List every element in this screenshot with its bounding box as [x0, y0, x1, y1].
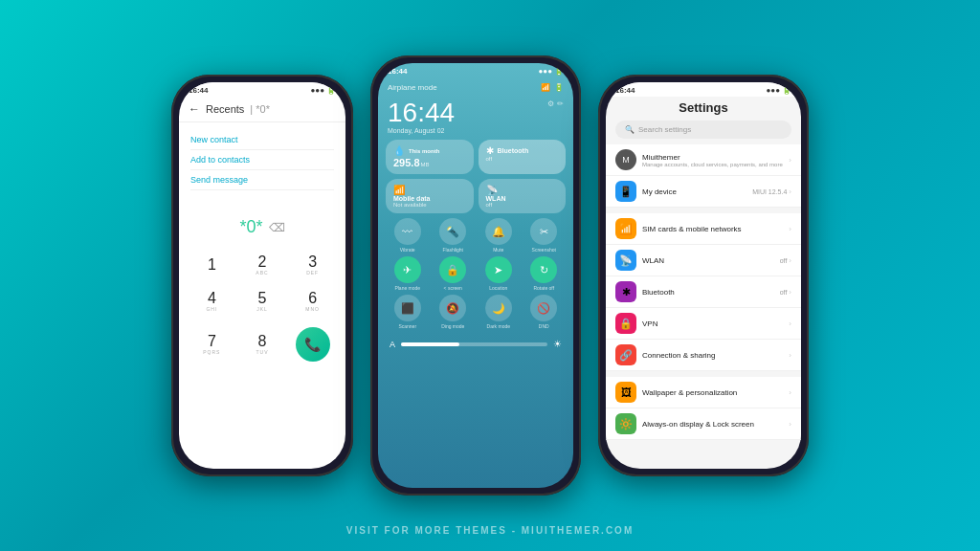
bluetooth-status: off [780, 289, 788, 296]
rotate-button[interactable]: ↻ Rotate off [523, 256, 567, 291]
send-message-button[interactable]: Send message [190, 170, 334, 190]
settings-item-wallpaper[interactable]: 🖼 Wallpaper & personalization › [606, 377, 801, 408]
bluetooth-settings-icon: ✱ [615, 281, 636, 302]
cc-tile-bluetooth[interactable]: ✱ Bluetooth off [479, 140, 567, 174]
settings-search-bar[interactable]: 🔍 Search settings [615, 121, 791, 139]
dialer-key-8[interactable]: 8 TUV [237, 320, 288, 369]
status-bar-dialer: 16:44 ●●● 🔋 [179, 82, 345, 97]
recents-title: Recents [206, 103, 244, 115]
scanner-label: Scanner [398, 323, 416, 329]
bluetooth-icon: ✱ [486, 145, 494, 156]
dialer-call-cell[interactable]: 📞 [287, 320, 338, 369]
wlan-chevron: › [789, 256, 791, 265]
dialer-key-1[interactable]: 1 [187, 247, 237, 283]
recents-code: | *0* [250, 103, 270, 115]
rotate-label: Rotate off [533, 285, 554, 291]
cc-quick-row-2: ✈ Plane mode 🔒 < screen ➤ Location ↻ Rot… [378, 256, 573, 291]
data-usage-value: 295.8 [393, 157, 420, 168]
battery-icon: 🔋 [326, 86, 336, 95]
dialer-key-2[interactable]: 2 ABC [237, 247, 288, 283]
dark-mode-label: Dark mode [487, 323, 510, 329]
dnd-label: DND [539, 323, 549, 329]
sim-title: SIM cards & mobile networks [642, 225, 783, 233]
plane-mode-button[interactable]: ✈ Plane mode [386, 256, 430, 291]
bluetooth-settings-right: off › [780, 288, 791, 297]
mobile-data-status: Not available [393, 202, 466, 208]
bluetooth-settings-title: Bluetooth [642, 288, 774, 297]
mobile-data-icon: 📶 [393, 185, 405, 195]
account-name: Miuithemer [642, 153, 783, 162]
bluetooth-label: Bluetooth [498, 147, 529, 154]
dialer-key-4[interactable]: 4 GHI [187, 283, 237, 320]
cc-header-icons: 📶 🔋 [541, 83, 564, 92]
vpn-chevron: › [789, 320, 791, 328]
mydevice-right: MIUI 12.5.4 › [752, 187, 791, 196]
rotate-icon: ↻ [530, 256, 557, 283]
cc-edit-icon: ✏ [557, 99, 564, 108]
mute-label: Mute [493, 247, 503, 253]
dialer-delete-button[interactable]: ⌫ [269, 221, 285, 234]
vpn-icon: 🔒 [615, 313, 636, 334]
settings-item-wlan[interactable]: 📡 WLAN off › [606, 245, 801, 276]
screen-button[interactable]: 🔒 < screen [432, 256, 476, 291]
status-time: 16:44 [189, 86, 208, 95]
account-avatar: M [615, 149, 636, 170]
wlan-label: WLAN [486, 195, 559, 202]
wlan-settings-title: WLAN [642, 256, 774, 265]
ding-mode-button[interactable]: 🔕 Ding mode [432, 295, 476, 329]
settings-battery: 🔋 [782, 86, 791, 95]
cc-tile-wlan[interactable]: 📡 WLAN off [479, 179, 567, 213]
settings-item-sim[interactable]: 📶 SIM cards & mobile networks › [606, 213, 801, 245]
scanner-button[interactable]: ⬛ Scanner [386, 295, 430, 329]
settings-signal: ●●● [767, 86, 781, 95]
settings-item-account[interactable]: M Miuithemer Manage accounts, cloud serv… [606, 144, 801, 176]
connection-icon: 🔗 [615, 344, 636, 365]
brightness-low-icon: A [390, 340, 395, 349]
cc-battery-full: 🔋 [554, 83, 564, 92]
flashlight-button[interactable]: 🔦 Flashlight [432, 218, 476, 253]
settings-item-aod[interactable]: 🔆 Always-on display & Lock screen › [606, 408, 801, 440]
dialer-key-7[interactable]: 7 PQRS [187, 320, 237, 369]
brightness-track[interactable] [401, 342, 547, 346]
cc-clock-display: 16:44 [388, 99, 564, 126]
account-chevron: › [789, 156, 791, 165]
dnd-button[interactable]: 🚫 DND [523, 295, 567, 329]
settings-item-connection[interactable]: 🔗 Connection & sharing › [606, 340, 801, 371]
plane-label: Plane mode [394, 285, 420, 291]
dialer-key-5[interactable]: 5 JKL [237, 283, 288, 320]
vibrate-button[interactable]: 〰 Vibrate [386, 218, 430, 253]
cc-signal: ●●● [539, 67, 553, 76]
wallpaper-title: Wallpaper & personalization [642, 388, 783, 397]
add-to-contacts-button[interactable]: Add to contacts [190, 150, 334, 170]
wallpaper-icon: 🖼 [615, 382, 636, 403]
aod-icon: 🔆 [615, 413, 636, 434]
connection-title: Connection & sharing [642, 351, 783, 360]
contact-actions: New contact Add to contacts Send message [179, 122, 345, 198]
mute-button[interactable]: 🔔 Mute [477, 218, 521, 253]
dark-mode-button[interactable]: 🌙 Dark mode [477, 295, 521, 329]
cc-tile-data[interactable]: 💧 This month 295.8 MB [386, 140, 474, 174]
wlan-settings-right: off › [780, 256, 791, 265]
flashlight-label: Flashlight [443, 247, 463, 253]
brightness-control[interactable]: A ☀ [378, 333, 573, 355]
dialer-input: *0* [239, 217, 262, 237]
airplane-mode-label: Airplane mode [388, 83, 437, 92]
cc-tile-mobile-data[interactable]: 📶 Mobile data Not available [386, 179, 474, 213]
dialer-key-6[interactable]: 6 MNO [287, 283, 338, 320]
bluetooth-settings-content: Bluetooth [642, 288, 774, 297]
mobile-data-label: Mobile data [393, 195, 466, 202]
mydevice-chevron: › [789, 187, 791, 196]
call-button[interactable]: 📞 [296, 327, 330, 362]
search-icon: 🔍 [625, 125, 635, 134]
settings-item-bluetooth[interactable]: ✱ Bluetooth off › [606, 276, 801, 308]
new-contact-button[interactable]: New contact [190, 130, 334, 150]
back-button[interactable]: ← [189, 102, 200, 116]
account-sub: Manage accounts, cloud services, payment… [642, 162, 783, 167]
location-button[interactable]: ➤ Location [477, 256, 521, 291]
screenshot-button[interactable]: ✂ Screenshot [523, 218, 567, 253]
settings-item-mydevice[interactable]: 📱 My device MIUI 12.5.4 › [606, 176, 801, 208]
bluetooth-status: off [486, 156, 559, 162]
cc-wifi-icon: 📶 [541, 83, 550, 92]
settings-item-vpn[interactable]: 🔒 VPN › [606, 308, 801, 340]
dialer-key-3[interactable]: 3 DEF [287, 247, 338, 283]
